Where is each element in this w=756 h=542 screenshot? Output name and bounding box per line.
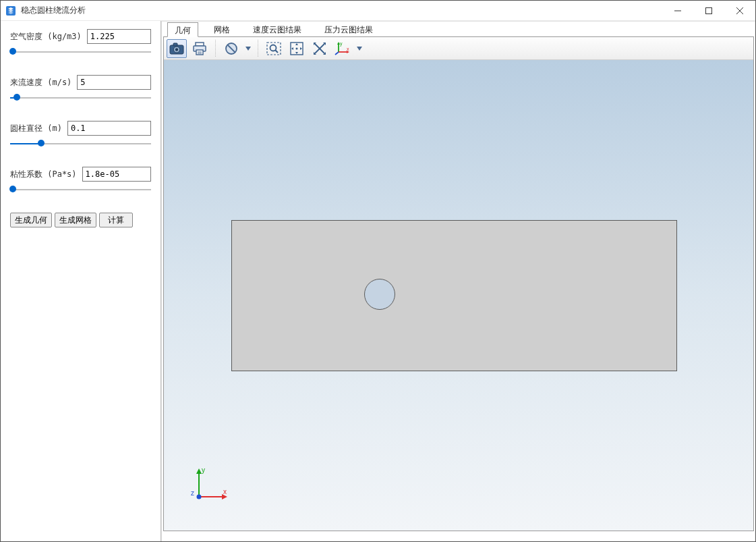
tabs: 几何 网格 速度云图结果 压力云图结果 [162,22,755,36]
svg-line-19 [275,50,278,53]
main-panel: 几何 网格 速度云图结果 压力云图结果 [161,21,755,541]
printer-icon [192,42,207,55]
svg-line-36 [335,52,339,55]
param-cylinder-diameter: 圆柱直径 (m) [10,121,151,148]
orientation-axes: y x z [184,464,231,512]
pan-button[interactable] [287,39,307,58]
block-representation-button[interactable] [221,39,241,58]
fit-view-button[interactable] [310,39,330,58]
view-frame: y x y [163,36,754,531]
axes-icon: y x [335,41,351,56]
tab-mesh[interactable]: 网格 [206,22,237,36]
axis-x-label: x [223,488,227,495]
separator-icon [258,40,258,57]
pan-icon [289,41,304,56]
geometry-cylinder [364,279,395,310]
no-entry-icon [225,42,238,55]
svg-point-8 [175,48,178,51]
viewport[interactable]: y x z [164,60,753,531]
svg-marker-22 [295,52,298,54]
fit-icon [312,41,327,56]
titlebar: 稳态圆柱绕流分析 [1,1,755,21]
svg-rect-2 [706,7,712,13]
air-density-input[interactable] [87,29,151,44]
axes-view-button[interactable]: y x [332,39,353,58]
zoom-box-icon [266,42,281,55]
svg-marker-16 [245,47,251,51]
svg-text:y: y [340,41,343,47]
app-icon [5,5,17,17]
svg-rect-6 [173,43,177,46]
minimize-button[interactable] [662,1,693,21]
svg-marker-23 [291,47,293,50]
tab-pressure-contour[interactable]: 压力云图结果 [317,22,380,36]
param-viscosity: 粘性系数 (Pa*s) [10,167,151,194]
zoom-box-button[interactable] [264,39,284,58]
axes-view-dropdown[interactable] [355,39,364,58]
viscosity-slider[interactable] [10,186,151,194]
separator-icon [215,40,216,57]
param-air-density: 空气密度 (kg/m3) [10,29,151,56]
action-buttons: 生成几何 生成网格 计算 [10,213,151,227]
generate-geometry-button[interactable]: 生成几何 [10,213,52,227]
svg-point-44 [197,495,202,499]
inflow-velocity-input[interactable] [77,75,151,90]
cylinder-diameter-slider[interactable] [10,140,151,148]
cylinder-diameter-input[interactable] [67,121,151,136]
inflow-velocity-label: 来流速度 (m/s) [10,77,71,88]
svg-marker-41 [196,468,202,474]
camera-icon [169,43,184,55]
tab-velocity-contour[interactable]: 速度云图结果 [245,22,309,36]
block-dropdown[interactable] [244,39,252,58]
maximize-button[interactable] [693,1,724,21]
tab-geometry[interactable]: 几何 [167,22,198,37]
app-window: 稳态圆柱绕流分析 空气密度 (kg/m3) [0,0,756,542]
svg-marker-21 [295,43,298,45]
viscosity-label: 粘性系数 (Pa*s) [10,169,77,180]
content: 空气密度 (kg/m3) 来流速度 (m/s) [1,21,755,541]
svg-text:x: x [347,47,349,51]
svg-marker-24 [300,47,302,50]
geometry-domain-rect [231,220,677,371]
print-button[interactable] [190,39,210,58]
param-inflow-velocity: 来流速度 (m/s) [10,75,151,102]
air-density-slider[interactable] [10,48,151,56]
axis-y-label: y [202,466,205,474]
air-density-label: 空气密度 (kg/m3) [10,31,82,43]
cylinder-diameter-label: 圆柱直径 (m) [10,123,62,134]
inflow-velocity-slider[interactable] [10,94,151,102]
axis-z-label: z [191,489,194,497]
viscosity-input[interactable] [82,167,151,182]
close-button[interactable] [724,1,755,21]
screenshot-button[interactable] [167,39,187,58]
generate-mesh-button[interactable]: 生成网格 [55,213,96,227]
svg-point-18 [270,45,277,51]
window-title: 稳态圆柱绕流分析 [21,5,86,16]
svg-marker-39 [357,47,362,51]
toolbar: y x [164,37,753,60]
sidebar: 空气密度 (kg/m3) 来流速度 (m/s) [1,21,161,541]
svg-point-25 [296,47,298,49]
compute-button[interactable]: 计算 [99,213,133,227]
